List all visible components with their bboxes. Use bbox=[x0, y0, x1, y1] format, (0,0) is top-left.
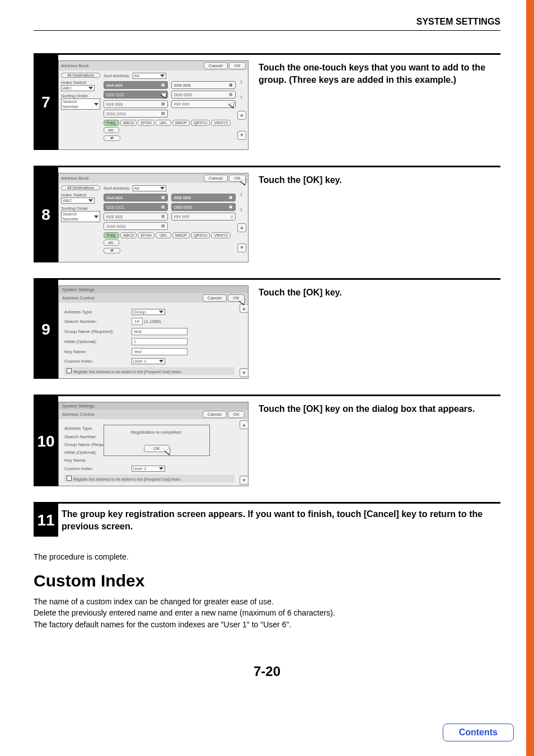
sorting-order-select[interactable]: Search Number bbox=[61, 211, 100, 222]
scroll-controls: 1 1 ▲ ▼ bbox=[238, 79, 246, 141]
scroll-up-button[interactable]: ▲ bbox=[237, 111, 246, 120]
field-label: Key Name: bbox=[64, 349, 132, 354]
dialog-message: Registration is completed. bbox=[109, 430, 205, 435]
tab[interactable]: etc. bbox=[104, 240, 119, 246]
step-instruction: The group key registration screen appear… bbox=[62, 507, 500, 532]
sort-address-label: Sort Address bbox=[104, 186, 129, 191]
tab[interactable]: ABCD bbox=[120, 120, 137, 126]
onetouch-key[interactable]: GGG GGG▤ bbox=[104, 110, 168, 118]
chevron-down-icon bbox=[160, 74, 165, 77]
sort-address-select[interactable]: All bbox=[133, 73, 166, 79]
onetouch-key[interactable]: FFF FFF⎙ bbox=[171, 213, 236, 220]
step-11: 11 The group key registration screen app… bbox=[34, 502, 500, 537]
sorting-order-select[interactable]: Search Number bbox=[61, 98, 100, 110]
tab[interactable]: Freq. bbox=[104, 232, 119, 238]
step-number: 11 bbox=[34, 504, 58, 537]
onetouch-key[interactable]: CCC CCC▤ bbox=[104, 203, 168, 211]
sort-address-select[interactable]: All bbox=[133, 185, 166, 191]
contents-button[interactable]: Contents bbox=[443, 724, 514, 741]
index-tabbar: Freq. ABCD EFGH IJKL MNOP QRSTU VWXYZ et… bbox=[104, 120, 236, 133]
onetouch-key[interactable]: AAA AAA▣ bbox=[104, 81, 168, 89]
system-settings-panel: System Settings Address Control Cancel O… bbox=[58, 285, 249, 379]
cancel-button[interactable]: Cancel bbox=[204, 175, 228, 182]
custom-index-heading: Custom Index bbox=[34, 571, 500, 590]
onetouch-key[interactable]: FFF FFF⎙ bbox=[171, 100, 236, 108]
system-settings-panel: System Settings Address Control Cancel O… bbox=[58, 402, 249, 486]
tab[interactable]: ABCD bbox=[120, 232, 137, 238]
tab[interactable]: Freq. bbox=[104, 120, 119, 126]
chevron-down-icon bbox=[159, 311, 163, 313]
chevron-down-icon bbox=[159, 467, 163, 470]
all-destinations-button[interactable]: All Destinations bbox=[61, 185, 100, 190]
ok-button[interactable]: OK bbox=[229, 62, 246, 69]
doc-icon: ▣ bbox=[229, 83, 233, 87]
tab[interactable]: VWXYZ bbox=[211, 120, 231, 126]
frequent-use-checkbox[interactable] bbox=[67, 368, 72, 373]
cancel-button[interactable]: Cancel bbox=[204, 62, 228, 69]
onetouch-key[interactable]: BBB BBB▣ bbox=[171, 81, 236, 89]
panel-title: Address Book bbox=[61, 63, 89, 68]
scroll-down-button[interactable]: ▼ bbox=[237, 243, 246, 252]
body-text: Delete the previously entered name and e… bbox=[34, 607, 500, 618]
scroll-down-button[interactable]: ▼ bbox=[240, 368, 249, 377]
sorting-order-label: Sorting Order bbox=[61, 93, 100, 98]
onetouch-key[interactable]: DDD DDD▤ bbox=[171, 91, 236, 98]
register-text: Register this Address to be added to the… bbox=[73, 477, 182, 481]
scroll-controls: 1 1 ▲ ▼ bbox=[238, 191, 246, 253]
step-number: 9 bbox=[34, 280, 58, 379]
cancel-button[interactable]: Cancel bbox=[203, 411, 227, 418]
address-type-select[interactable]: Group bbox=[132, 309, 165, 315]
cursor-icon bbox=[239, 300, 247, 309]
tab[interactable]: MNOP bbox=[172, 120, 190, 126]
panel-title: System Settings bbox=[59, 402, 248, 410]
tab[interactable]: IJKL bbox=[156, 120, 171, 126]
toggle-button[interactable]: ⇄ bbox=[104, 135, 120, 141]
frequent-use-checkbox[interactable] bbox=[67, 476, 72, 481]
step-8: 8 Address Book Cancel OK All Destinati bbox=[34, 166, 500, 262]
scroll-up-button[interactable]: ▲ bbox=[237, 223, 246, 232]
scroll-down-button[interactable]: ▼ bbox=[237, 131, 246, 140]
all-destinations-button[interactable]: All Destinations bbox=[61, 73, 100, 78]
custom-index-select[interactable]: User 1 bbox=[132, 358, 165, 364]
onetouch-key[interactable]: BBB BBB▣ bbox=[171, 194, 236, 201]
index-switch-select[interactable]: ABC bbox=[61, 198, 95, 204]
tab[interactable]: MNOP bbox=[172, 232, 190, 238]
step-instruction: Touch the [OK] key. bbox=[259, 285, 500, 379]
toggle-button[interactable]: ⇄ bbox=[104, 248, 120, 253]
procedure-complete-text: The procedure is complete. bbox=[34, 552, 500, 561]
sort-address-label: Sort Address bbox=[104, 73, 129, 78]
scroll-down-button[interactable]: ▼ bbox=[240, 476, 249, 485]
tab[interactable]: IJKL bbox=[156, 232, 171, 238]
index-switch-label: Index Switch bbox=[61, 192, 100, 198]
step-instruction: Touch the [OK] key. bbox=[259, 173, 500, 262]
dialog-ok-button[interactable]: OK bbox=[144, 445, 170, 452]
sorting-order-label: Sorting Order bbox=[61, 206, 100, 211]
onetouch-key[interactable]: EEE EEE▤ bbox=[104, 100, 168, 108]
chevron-down-icon bbox=[94, 103, 99, 106]
onetouch-key[interactable]: GGG GGG▤ bbox=[104, 222, 168, 230]
chevron-down-icon bbox=[88, 199, 93, 202]
index-switch-select[interactable]: ABC bbox=[61, 85, 95, 91]
cancel-button[interactable]: Cancel bbox=[203, 294, 227, 302]
chevron-down-icon bbox=[160, 187, 165, 190]
scroll-up-button[interactable]: ▲ bbox=[240, 420, 249, 429]
tab[interactable]: QRSTU bbox=[191, 120, 210, 126]
onetouch-key[interactable]: CCC CCC▤ bbox=[104, 91, 168, 98]
ok-button[interactable]: OK bbox=[228, 411, 245, 418]
field-label: Initial (Optional): bbox=[64, 339, 132, 344]
initial-input[interactable]: t bbox=[132, 338, 188, 345]
tab[interactable]: EFGH bbox=[138, 232, 154, 238]
tab[interactable]: EFGH bbox=[138, 120, 154, 126]
tab[interactable]: VWXYZ bbox=[211, 232, 231, 238]
onetouch-key[interactable]: EEE EEE▤ bbox=[104, 213, 168, 220]
onetouch-key[interactable]: AAA AAA▣ bbox=[104, 194, 168, 201]
search-number-input[interactable]: 19 bbox=[132, 318, 143, 325]
custom-index-select[interactable]: User 1 bbox=[132, 466, 165, 472]
cursor-icon bbox=[240, 180, 248, 189]
key-name-input[interactable]: test bbox=[132, 348, 188, 355]
field-label: Custom Index: bbox=[64, 359, 132, 364]
tab[interactable]: etc. bbox=[104, 127, 119, 133]
onetouch-key[interactable]: DDD DDD▣ bbox=[171, 203, 236, 211]
group-name-input[interactable]: test bbox=[132, 328, 188, 335]
tab[interactable]: QRSTU bbox=[191, 232, 210, 238]
